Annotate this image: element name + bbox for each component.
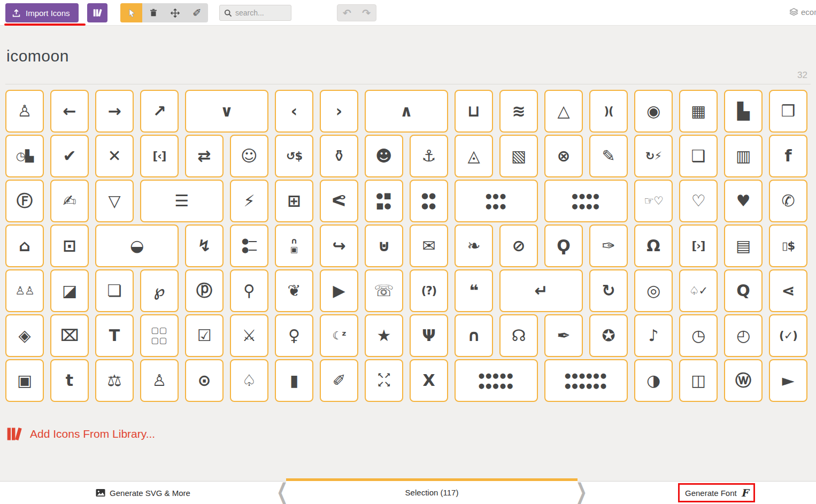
icon-cell-smiley[interactable]: ☺: [230, 135, 268, 177]
icon-cell-search-remove[interactable]: Ϙ: [544, 224, 583, 267]
icon-cell-hexagon-3d[interactable]: ◑: [634, 359, 673, 402]
icon-cell-quote[interactable]: ❝: [455, 269, 493, 312]
icon-cell-dots-2x2[interactable]: ●● ●●: [410, 180, 448, 222]
icon-cell-images[interactable]: ❏: [95, 269, 134, 312]
icon-cell-share[interactable]: ⋖: [769, 269, 807, 312]
icon-cell-support-24-7[interactable]: ✆: [769, 180, 807, 222]
icon-cell-panel-collapse-left[interactable]: [‹]: [140, 135, 179, 177]
icon-cell-slim-waist[interactable]: )(: [589, 90, 628, 133]
icon-cell-pinterest-circle[interactable]: ⓟ: [185, 269, 224, 312]
icon-cell-no-wring[interactable]: ⚔: [230, 314, 268, 357]
icon-cell-clock[interactable]: ◴: [724, 314, 763, 357]
icon-cell-gift-card[interactable]: ❒: [769, 90, 807, 133]
icon-cell-help-circle[interactable]: (?): [410, 269, 448, 312]
icon-cell-no-bleach[interactable]: △: [544, 90, 583, 133]
search-input[interactable]: [235, 9, 286, 17]
icon-cell-delivery-truck[interactable]: ▙: [724, 90, 763, 133]
icon-cell-phone-clock[interactable]: ☏: [365, 269, 403, 312]
icon-cell-bell[interactable]: Ω: [634, 224, 673, 267]
icon-cell-x-twitter[interactable]: X: [410, 359, 448, 402]
icon-cell-note-pen[interactable]: ✐: [320, 359, 358, 402]
generate-svg-tab[interactable]: Generate SVG & More: [0, 482, 286, 504]
icon-cell-return-arrow[interactable]: ↵: [499, 269, 583, 312]
icon-cell-sign-out[interactable]: ↪: [320, 224, 358, 267]
icon-cell-people-group[interactable]: ♙♙: [5, 269, 44, 312]
icon-cell-shield[interactable]: ♤: [230, 359, 268, 402]
icon-cell-arrow-right[interactable]: →: [95, 90, 134, 133]
icon-cell-note-edit-2[interactable]: ✑: [589, 224, 628, 267]
icon-cell-dots-3x2[interactable]: ●●● ●●●: [455, 180, 538, 222]
icon-cell-iron[interactable]: ◒: [95, 224, 179, 267]
icon-cell-headphones[interactable]: ∩: [455, 314, 493, 357]
icon-cell-balance[interactable]: ⚖: [95, 359, 134, 402]
icon-cell-box-check[interactable]: ☑: [185, 314, 224, 357]
icon-cell-package-return[interactable]: ◎: [634, 269, 673, 312]
icon-cell-gift[interactable]: ⊞: [275, 180, 313, 222]
icon-cell-money-back[interactable]: ↺$: [275, 135, 313, 177]
move-tool-button[interactable]: [164, 3, 186, 22]
icon-cell-filter[interactable]: ☰: [140, 180, 224, 222]
delete-tool-button[interactable]: [142, 3, 164, 22]
icon-cell-prism[interactable]: ◬: [455, 135, 493, 177]
icon-cell-shuffle[interactable]: ⇄: [185, 135, 224, 177]
icon-cell-pinterest[interactable]: ℘: [140, 269, 179, 312]
icon-cell-location-pin[interactable]: ⚲: [230, 269, 268, 312]
icon-cell-heart-outline[interactable]: ♡: [679, 180, 718, 222]
icon-cell-feather[interactable]: ✒: [544, 314, 583, 357]
icon-cell-certificate[interactable]: ❑: [679, 135, 718, 177]
icon-cell-bullet-list[interactable]: ●― ●―: [230, 224, 268, 267]
icon-cell-heart[interactable]: ♥: [724, 180, 763, 222]
icon-cell-ban[interactable]: ⊘: [499, 224, 538, 267]
icon-cell-chevron-up[interactable]: ∧: [365, 90, 448, 133]
icon-cell-no-tumble-dry[interactable]: ⊗: [544, 135, 583, 177]
icon-cell-eye[interactable]: ⊙: [185, 359, 224, 402]
icon-cell-package-sync[interactable]: ↻: [589, 269, 628, 312]
icon-cell-checkmark[interactable]: ✔: [50, 135, 89, 177]
icon-cell-hand-heart[interactable]: ☞♡: [634, 180, 673, 222]
icon-cell-mobile-payment[interactable]: ▯$: [769, 224, 807, 267]
icon-cell-grid-rounded[interactable]: ▢▢ ▢▢: [140, 314, 179, 357]
icon-cell-grid-mixed[interactable]: ●■ ■●: [365, 180, 403, 222]
icon-cell-bolt-thin[interactable]: ↯: [185, 224, 224, 267]
redo-button[interactable]: ↷: [357, 5, 376, 21]
icon-cell-leaf[interactable]: ❧: [455, 224, 493, 267]
icon-cell-chevron-down[interactable]: ∨: [185, 90, 268, 133]
icon-cell-dots-5x2[interactable]: ●●●●● ●●●●●: [455, 359, 538, 402]
icon-cell-tiktok[interactable]: ♪: [634, 314, 673, 357]
icon-cell-home[interactable]: ⌂: [5, 224, 44, 267]
icon-cell-whatsapp[interactable]: ⓦ: [724, 359, 763, 402]
import-icons-button[interactable]: Import Icons: [5, 3, 79, 22]
icon-cell-smiley-tongue[interactable]: ☻: [365, 135, 403, 177]
icon-cell-funnel[interactable]: ▽: [95, 180, 134, 222]
icon-cell-supplement-jar[interactable]: ▮: [275, 359, 313, 402]
icon-cell-check-circle[interactable]: (✓): [769, 314, 807, 357]
icon-cell-shopping-bag[interactable]: ⊔: [455, 90, 493, 133]
icon-cell-verified-badge[interactable]: ✪: [589, 314, 628, 357]
icon-cell-calendar[interactable]: ▦: [679, 90, 718, 133]
icon-cell-facebook[interactable]: f: [769, 135, 807, 177]
icon-cell-energy-refresh[interactable]: ↻⚡: [634, 135, 673, 177]
icon-cell-delivery-time[interactable]: ◷▙: [5, 135, 44, 177]
icon-cell-trash[interactable]: ⚱: [320, 135, 358, 177]
icon-cell-play-circle[interactable]: ◉: [634, 90, 673, 133]
icon-cell-facebook-circle[interactable]: Ⓕ: [5, 180, 44, 222]
edit-tool-button[interactable]: ✐: [186, 3, 208, 22]
icon-cell-bolt[interactable]: ⚡: [230, 180, 268, 222]
icon-cell-chevron-right[interactable]: ›: [320, 90, 358, 133]
icon-cell-mail[interactable]: ✉: [410, 224, 448, 267]
icon-cell-wash-basin[interactable]: ⊍: [365, 224, 403, 267]
icon-cell-plant-pot[interactable]: Ψ: [410, 314, 448, 357]
icon-cell-headset[interactable]: ☊: [499, 314, 538, 357]
undo-button[interactable]: ↶: [337, 5, 357, 21]
selection-tab[interactable]: ❮ Selection (117) ❯: [286, 478, 578, 504]
icon-cell-dots-6x2[interactable]: ●●●●●● ●●●●●●: [544, 359, 628, 402]
icon-cell-panel-layout[interactable]: ◫: [679, 359, 718, 402]
icon-cell-play[interactable]: ▶: [320, 269, 358, 312]
add-icons-from-library-link[interactable]: Add Icons From Library...: [5, 425, 182, 443]
icon-cell-youtube[interactable]: ►: [769, 359, 807, 402]
icon-cell-moon-sleep[interactable]: ☾ᶻ: [320, 314, 358, 357]
icon-cell-panel-expand-right[interactable]: [›]: [679, 224, 718, 267]
icon-cell-close[interactable]: ✕: [95, 135, 134, 177]
icon-cell-dots-4x2[interactable]: ●●●● ●●●●: [544, 180, 628, 222]
icon-cell-edit-underline[interactable]: ✎: [589, 135, 628, 177]
